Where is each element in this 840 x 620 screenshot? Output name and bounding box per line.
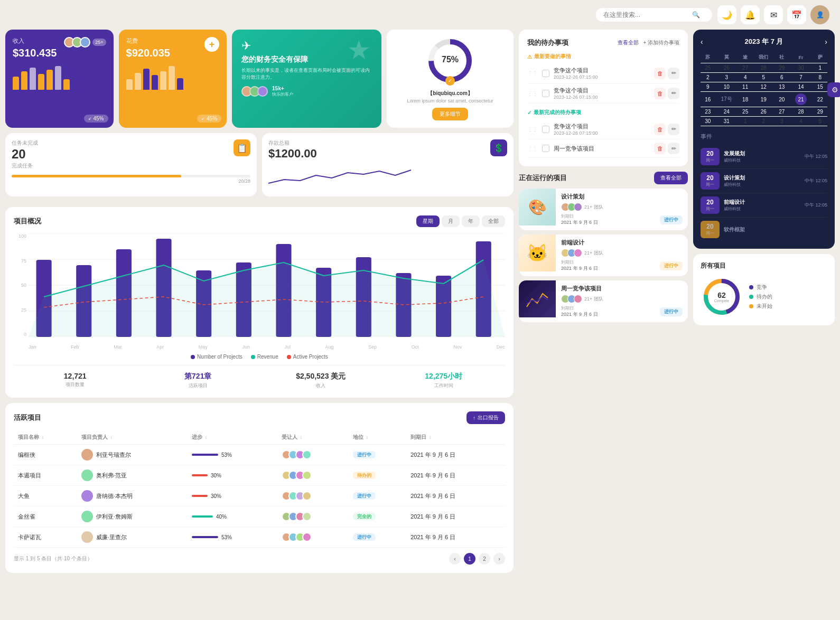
project-overview-title: 项目概况: [14, 217, 41, 226]
proj-status-badge: 进行中: [660, 261, 683, 270]
next-page-button[interactable]: ›: [493, 553, 505, 565]
tab-week[interactable]: 星期: [416, 215, 440, 227]
delete-todo-button[interactable]: 🗑: [654, 68, 666, 79]
edit-todo-button[interactable]: ✏: [668, 124, 679, 135]
event-date: 20 周一: [701, 221, 720, 238]
tab-month[interactable]: 月: [442, 215, 460, 227]
running-project-card: 周一竞争该项目 21+ 团队 到期日 2021 年 9 月 6 日 进行中: [519, 280, 688, 322]
stat-revenue: $2,50,523 美元 收入: [259, 372, 382, 389]
todo-checkbox[interactable]: [542, 145, 549, 152]
proj-team: 21+ 团队: [584, 296, 603, 303]
page-1-button[interactable]: 1: [464, 553, 475, 565]
event-sub: 威特科技: [724, 206, 800, 212]
table-row: 大鱼 唐纳德·本杰明 30% 进行中 2021 年 9 月 6 日: [14, 486, 505, 506]
todo-item-date: 2023-12-26 07:15:00: [554, 130, 650, 136]
todo-item-text: 周一竞争该项目: [554, 145, 650, 153]
expenses-percent: ↙ 45%: [197, 115, 221, 123]
event-date: 20 周一: [701, 196, 720, 214]
export-label: 出口报告: [478, 414, 499, 421]
proj-thumbnail: [519, 280, 556, 317]
event-info: 前端设计 威特科技: [724, 199, 800, 212]
page-2-button[interactable]: 2: [479, 553, 490, 565]
delete-todo-button[interactable]: 🗑: [654, 143, 666, 154]
todo-item: ⋮⋮ 竞争这个项目 2023-12-26 07:15:00 🗑 ✏: [527, 63, 679, 83]
all-projects-center-num: 62: [714, 292, 729, 299]
tasks-progress-bar: [12, 175, 250, 177]
donut-title: 【biqubiqu.com】: [427, 90, 473, 97]
revenue-avatars: 25+: [64, 37, 106, 48]
proj-name: 前端设计: [561, 239, 683, 247]
events-label: 事件: [701, 133, 827, 140]
edit-todo-button[interactable]: ✏: [668, 88, 679, 99]
proj-card-info: 前端设计 21+ 团队 到期日 2021 年 9 月 6 日 进行中: [556, 234, 688, 276]
svg-marker-20: [29, 260, 505, 337]
security-star-icon: ★: [347, 35, 371, 65]
tasks-progress-label: 20/28: [238, 179, 250, 184]
table-row: 卡萨诺瓦 威廉·里查尔 53% 进行中 2021 年 9 月 6 日: [14, 527, 505, 548]
pagination-controls: ‹ 1 2 ›: [449, 553, 505, 565]
add-expense-button[interactable]: +: [204, 37, 219, 52]
proj-card-info: 周一竞争该项目 21+ 团队 到期日 2021 年 9 月 6 日 进行中: [556, 280, 688, 322]
export-icon: ↑: [473, 415, 475, 421]
calendar-button[interactable]: 📅: [787, 5, 806, 24]
todo-section-completed: ✓最新完成的待办事项: [527, 109, 679, 116]
event-item: 20 周一 设计策划 威特科技 中午 12:05: [701, 169, 827, 193]
edit-todo-button[interactable]: ✏: [668, 143, 679, 154]
chart-x-labels: JanFebMarAprMayJunJulAugSepOctNovDec: [29, 344, 505, 350]
savings-line-chart: [268, 165, 507, 189]
security-card: ✈ 您的财务安全有保障 长期以来的事实是，读者在查看页面布局时会被页面的可读内容…: [232, 30, 381, 128]
proj-status-badge: 进行中: [660, 215, 683, 224]
export-button[interactable]: ↑ 出口报告: [466, 411, 505, 424]
legend-label-projects: Number of Projects: [197, 354, 242, 360]
drag-handle-icon: ⋮⋮: [527, 90, 538, 96]
project-overview-tabs: 星期 月 年 全部: [416, 215, 505, 227]
edit-todo-button[interactable]: ✏: [668, 68, 679, 79]
event-info: 发展规划 威特科技: [724, 150, 800, 163]
event-sub: 威特科技: [724, 182, 800, 187]
running-project-card: 🐱 前端设计 21+ 团队 到期日 2021 年 9 月 6 日: [519, 234, 688, 276]
search-input[interactable]: [603, 11, 688, 18]
todo-item-date: 2023-12-26 07:15:00: [554, 74, 650, 80]
tab-year[interactable]: 年: [462, 215, 480, 227]
proj-team: 21+ 团队: [584, 204, 603, 211]
delete-todo-button[interactable]: 🗑: [654, 88, 666, 99]
savings-icon: 💲: [490, 139, 507, 156]
legend-dot-pending: [749, 295, 753, 299]
calendar-settings-button[interactable]: ⚙: [827, 82, 840, 97]
next-month-button[interactable]: ›: [825, 37, 827, 46]
search-box[interactable]: 🔍: [596, 8, 712, 22]
expenses-bar-chart: [126, 63, 220, 90]
savings-card: 存款总额 $1200.00 💲: [262, 133, 514, 196]
search-icon: 🔍: [692, 11, 700, 18]
drag-handle-icon: ⋮⋮: [527, 146, 538, 152]
detail-button[interactable]: 更多细节: [432, 108, 468, 120]
security-desc: 长期以来的事实是，读者在查看页面布局时会被页面的可读内容分散注意力。: [241, 67, 372, 80]
add-todo-link[interactable]: + 添加待办事项: [643, 39, 679, 46]
todo-item: ⋮⋮ 竞争这个项目 2023-12-26 07:15:00 🗑 ✏: [527, 119, 679, 139]
event-name: 设计策划: [724, 174, 800, 182]
todo-checkbox[interactable]: [542, 70, 549, 77]
col-progress: 进步 ↕: [188, 430, 277, 445]
todo-checkbox[interactable]: [542, 90, 549, 97]
notifications-button[interactable]: 🔔: [741, 5, 760, 24]
legend-dot-compete: [749, 285, 753, 289]
user-avatar[interactable]: 👤: [810, 5, 829, 24]
revenue-percent: ↙ 45%: [84, 115, 108, 123]
tab-all[interactable]: 全部: [482, 215, 505, 227]
delete-todo-button[interactable]: 🗑: [654, 124, 666, 135]
proj-due-label: 到期日: [561, 213, 598, 219]
table-row: 金丝雀 伊利亚·詹姆斯 40% 完全的 2021 年 9 月 6 日: [14, 506, 505, 527]
event-item: 20 周一 发展规划 威特科技 中午 12:05: [701, 145, 827, 169]
savings-label: 存款总额: [268, 139, 317, 147]
prev-page-button[interactable]: ‹: [449, 553, 461, 565]
theme-toggle-button[interactable]: 🌙: [717, 5, 736, 24]
todo-checkbox[interactable]: [542, 126, 549, 133]
view-all-projects-button[interactable]: 查看全部: [654, 172, 688, 184]
view-all-todo-link[interactable]: 查看全部: [618, 39, 639, 46]
legend-dot-projects: [191, 355, 195, 359]
event-name: 前端设计: [724, 199, 800, 206]
mail-button[interactable]: ✉: [764, 5, 783, 24]
prev-month-button[interactable]: ‹: [701, 37, 703, 46]
proj-name: 设计策划: [561, 193, 683, 201]
todo-item-text: 竞争这个项目: [554, 87, 650, 95]
